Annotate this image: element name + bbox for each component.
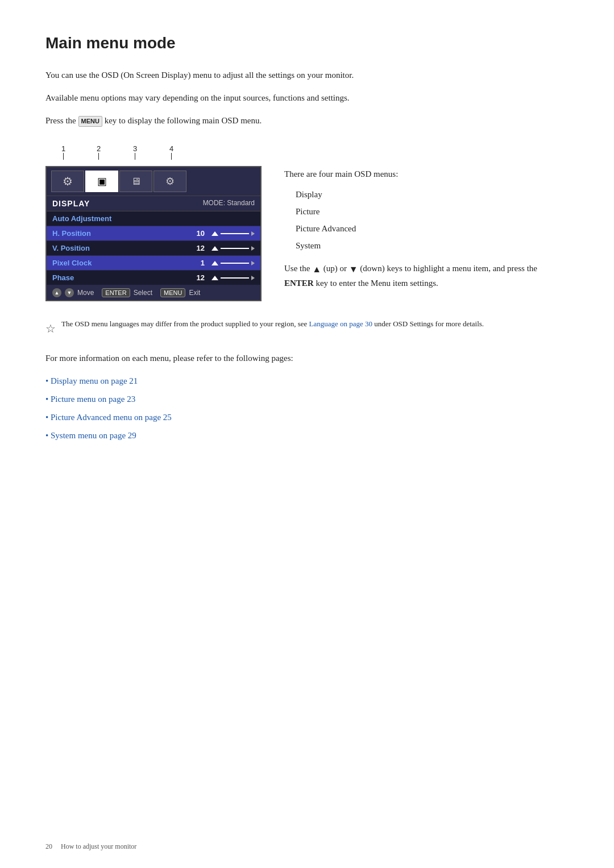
- v-position-slider: [211, 246, 255, 251]
- more-info-intro: For more information on each menu, pleas…: [45, 351, 569, 365]
- osd-mode-label: MODE: Standard: [203, 199, 255, 208]
- diagram-num-3: 3: [133, 144, 137, 153]
- h-position-value: 10: [197, 229, 205, 238]
- link-system-menu: System menu on page 29: [45, 429, 569, 442]
- v-position-value: 12: [197, 244, 205, 252]
- osd-item-pixel-clock: Pixel Clock 1: [47, 256, 260, 271]
- v-position-label: V. Position: [52, 244, 90, 252]
- osd-item-h-position: H. Position 10: [47, 226, 260, 241]
- intro-paragraph-1: You can use the OSD (On Screen Display) …: [45, 68, 569, 82]
- link-picture-menu: Picture menu on page 23: [45, 392, 569, 406]
- link-picture-advanced-menu: Picture Advanced menu on page 25: [45, 410, 569, 424]
- osd-icon-row: ⚙ ▣ 🖥 ⚙: [47, 167, 260, 196]
- picture-advanced-menu-link[interactable]: Picture Advanced menu on page 25: [51, 413, 172, 422]
- h-position-slider: [211, 231, 255, 236]
- right-panel: There are four main OSD menus: Display P…: [284, 144, 569, 297]
- select-label: Select: [134, 289, 152, 297]
- osd-footer: ▲ ▼ Move ENTER Select MENU Exit: [47, 285, 260, 300]
- h-position-label: H. Position: [52, 229, 91, 238]
- system-menu-link[interactable]: System menu on page 29: [51, 431, 136, 440]
- osd-item-auto-adjustment: Auto Adjustment: [47, 211, 260, 226]
- move-label: Move: [77, 289, 94, 297]
- osd-menus-intro: There are four main OSD menus:: [284, 167, 569, 181]
- display-menu-link[interactable]: Display menu on page 21: [51, 376, 138, 385]
- up-btn: ▲: [52, 288, 61, 297]
- diagram-num-4: 4: [169, 144, 173, 153]
- down-arrow-symbol: ▼: [349, 264, 358, 274]
- osd-menu-list: Display Picture Picture Advanced System: [284, 188, 569, 252]
- pixel-clock-value: 1: [201, 259, 205, 267]
- v-position-bar: 12: [197, 244, 255, 252]
- menu-item-picture: Picture: [296, 205, 569, 218]
- phase-slider: [211, 276, 255, 280]
- pixel-clock-label: Pixel Clock: [52, 259, 92, 267]
- menu-btn: MENU: [160, 288, 185, 297]
- menu-item-display: Display: [296, 188, 569, 201]
- osd-header: DISPLAY MODE: Standard: [47, 196, 260, 211]
- osd-item-v-position: V. Position 12: [47, 241, 260, 256]
- page-title: Main menu mode: [45, 34, 569, 52]
- menu-key: MENU: [78, 116, 102, 127]
- up-arrow-symbol: ▲: [312, 264, 321, 274]
- keys-description: Use the ▲ (up) or ▼ (down) keys to highl…: [284, 261, 569, 290]
- osd-item-phase: Phase 12: [47, 271, 260, 285]
- footer-page-num: 20: [45, 842, 52, 850]
- osd-title-label: DISPLAY: [52, 199, 90, 208]
- menu-item-picture-advanced: Picture Advanced: [296, 222, 569, 235]
- osd-icon-2: ▣: [85, 171, 118, 192]
- footer-section-title: How to adjust your monitor: [61, 842, 136, 850]
- osd-icon-4: ⚙: [154, 171, 186, 192]
- menu-item-system: System: [296, 239, 569, 252]
- language-page-link[interactable]: Language on page 30: [309, 319, 373, 328]
- phase-value: 12: [197, 273, 205, 282]
- osd-icon-1: ⚙: [51, 171, 84, 192]
- osd-diagram: 1 2 3 4 ⚙ ▣: [45, 144, 262, 301]
- diagram-num-2: 2: [97, 144, 101, 153]
- osd-menu-items: Auto Adjustment H. Position 10: [47, 211, 260, 285]
- phase-bar: 12: [197, 273, 255, 282]
- pixel-clock-slider: [211, 261, 255, 265]
- note-section: ☆ The OSD menu languages may differ from…: [45, 318, 569, 338]
- auto-adjustment-label: Auto Adjustment: [52, 214, 111, 223]
- down-btn: ▼: [65, 288, 74, 297]
- osd-screen: ⚙ ▣ 🖥 ⚙ DISPLAY MODE: Standard: [45, 166, 262, 301]
- main-content-area: 1 2 3 4 ⚙ ▣: [45, 144, 569, 301]
- exit-label: Exit: [189, 289, 200, 297]
- picture-menu-link[interactable]: Picture menu on page 23: [51, 394, 135, 404]
- pixel-clock-bar: 1: [201, 259, 255, 267]
- page-links-list: Display menu on page 21 Picture menu on …: [45, 374, 569, 442]
- link-display-menu: Display menu on page 21: [45, 374, 569, 388]
- note-icon: ☆: [45, 319, 56, 338]
- enter-key-text: ENTER: [284, 279, 314, 288]
- diagram-num-1: 1: [61, 144, 65, 153]
- intro-paragraph-3: Press the MENU key to display the follow…: [45, 114, 569, 127]
- intro-paragraph-2: Available menu options may vary dependin…: [45, 91, 569, 105]
- h-position-bar: 10: [197, 229, 255, 238]
- osd-icon-3: 🖥: [119, 171, 152, 192]
- page-footer: 20 How to adjust your monitor: [45, 842, 136, 851]
- note-text: The OSD menu languages may differ from t…: [61, 318, 484, 330]
- enter-btn: ENTER: [102, 288, 130, 297]
- phase-label: Phase: [52, 273, 74, 282]
